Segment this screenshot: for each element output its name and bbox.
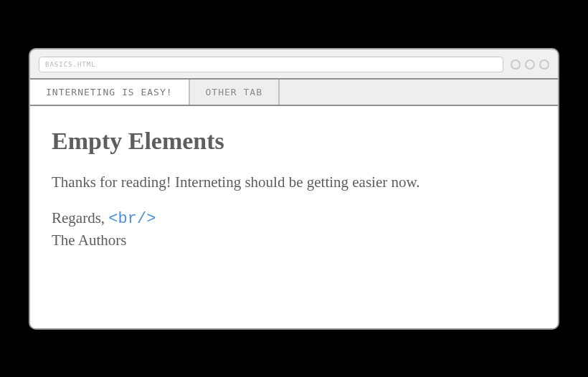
tab-bar: INTERNETING IS EASY! OTHER TAB (30, 78, 558, 106)
window-controls (511, 59, 549, 70)
signoff-regards: Regards, (52, 209, 108, 226)
page-content: Empty Elements Thanks for reading! Inter… (30, 106, 558, 328)
window-control-max-icon[interactable] (525, 59, 535, 70)
window-control-close-icon[interactable] (539, 59, 549, 70)
tab-label: OTHER TAB (206, 87, 262, 97)
url-bar[interactable]: BASICS.HTML (39, 57, 503, 72)
page-heading: Empty Elements (52, 128, 536, 155)
tab-label: INTERNETING IS EASY! (46, 87, 173, 97)
url-bar-text: BASICS.HTML (45, 61, 96, 68)
tab-other-tab[interactable]: OTHER TAB (190, 80, 280, 105)
page-signoff: Regards, <br/> The Authors (52, 208, 536, 250)
signoff-authors: The Authors (52, 232, 126, 249)
page-paragraph: Thanks for reading! Interneting should b… (52, 172, 536, 192)
tab-interneting-is-easy[interactable]: INTERNETING IS EASY! (30, 80, 190, 105)
browser-window: BASICS.HTML INTERNETING IS EASY! OTHER T… (29, 48, 559, 330)
br-code-tag: <br/> (108, 210, 156, 228)
url-bar-row: BASICS.HTML (30, 49, 558, 78)
window-control-min-icon[interactable] (511, 59, 521, 70)
